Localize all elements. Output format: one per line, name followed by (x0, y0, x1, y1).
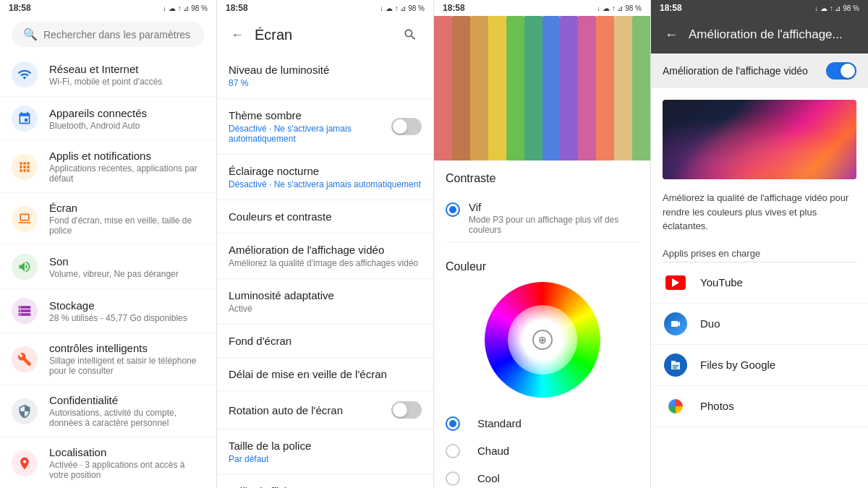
setting-eclairage[interactable]: Éclairage nocturne Désactivé · Ne s'acti… (217, 155, 433, 200)
panel-contrast-color: 18:58 ↓ ☁ ↑ ⊿ 98 % Contraste Vif Mode P3… (434, 0, 651, 488)
menu-item-stockage[interactable]: Stockage 28 % utilisés - 45,77 Go dispon… (0, 289, 216, 333)
radio-standard[interactable]: Standard (446, 409, 639, 437)
status-bar-3: 18:58 ↓ ☁ ↑ ⊿ 98 % (434, 0, 650, 16)
app-item-duo[interactable]: Duo (651, 304, 868, 345)
panel-settings-main: 18:58 ↓ ☁ ↑ ⊿ 98 % 🔍 Réseau et Internet … (0, 0, 217, 488)
setting-theme[interactable]: Thème sombre Désactivé · Ne s'activera j… (217, 99, 433, 155)
color-section: Couleur ⊕ Standard Chaud Cool (434, 260, 650, 488)
back-button-4[interactable]: ← (663, 26, 680, 43)
menu-item-text-confidentialite: Confidentialité Autorisations, activité … (49, 394, 205, 428)
setting-amelioration[interactable]: Amélioration de l'affichage vidéo Amélio… (217, 234, 433, 279)
menu-item-subtitle-stockage: 28 % utilisés - 45,77 Go disponibles (49, 313, 205, 323)
toggle-row-label: Amélioration de l'affichage vidéo (663, 65, 826, 77)
menu-item-text-ecran: Écran Fond d'écran, mise en veille, tail… (49, 202, 205, 236)
setting-taille-police[interactable]: Taille de la police Par défaut (217, 429, 433, 475)
menu-item-controles[interactable]: contrôles intelligents Sillage intellige… (0, 333, 216, 385)
search-button-2[interactable] (399, 23, 422, 46)
menu-item-appareils[interactable]: Appareils connectés Bluetooth, Android A… (0, 97, 216, 141)
search-input[interactable] (43, 29, 193, 40)
back-button-2[interactable]: ← (229, 26, 246, 43)
menu-item-subtitle-confidentialite: Autorisations, activité du compte, donné… (49, 408, 205, 428)
files-name: Files by Google (700, 359, 775, 371)
menu-item-title-confidentialite: Confidentialité (49, 394, 205, 406)
setting-fond[interactable]: Fond d'écran (217, 325, 433, 358)
menu-item-subtitle-ecran: Fond d'écran, mise en veille, taille de … (49, 215, 205, 236)
status-time-4: 18:58 (660, 3, 682, 13)
menu-item-subtitle-son: Volume, vibreur, Ne pas déranger (49, 269, 205, 279)
menu-item-subtitle-controles: Sillage intelligent et saisir le télépho… (49, 356, 205, 376)
photos-icon (663, 393, 689, 419)
panel4-title: Amélioration de l'affichage... (689, 27, 856, 42)
menu-item-subtitle-appareils: Bluetooth, Android Auto (49, 121, 205, 131)
app-item-youtube[interactable]: YouTube (651, 262, 868, 304)
menu-item-text-stockage: Stockage 28 % utilisés - 45,77 Go dispon… (49, 299, 205, 323)
setting-luminosite-adaptive-text: Luminosité adaptative Activé (229, 289, 334, 314)
confidentialite-icon (12, 398, 38, 424)
status-bar-1: 18:58 ↓ ☁ ↑ ⊿ 98 % (0, 0, 216, 16)
rotation-toggle[interactable] (391, 401, 422, 419)
menu-item-title-appareils: Appareils connectés (49, 107, 205, 119)
radio-vif[interactable]: Vif Mode P3 pour un affichage plus vif d… (446, 194, 639, 243)
panel2-header: ← Écran (217, 16, 433, 53)
video-enhancement-toggle[interactable] (826, 62, 856, 80)
video-enhancement-toggle-row: Amélioration de l'affichage vidéo (651, 53, 868, 88)
color-wheel-container: ⊕ (446, 282, 639, 398)
menu-item-subtitle-reseau: Wi-Fi, mobile et point d'accès (49, 77, 205, 87)
setting-luminosite-text: Niveau de luminosité 87 % (229, 64, 329, 88)
search-bar[interactable]: 🔍 (12, 22, 205, 47)
menu-item-localisation[interactable]: Localisation Activée · 3 applications on… (0, 437, 216, 488)
setting-eclairage-text: Éclairage nocturne Désactivé · Ne s'acti… (229, 165, 421, 189)
radio-cool-circle (446, 471, 460, 486)
status-icons-4: ↓ ☁ ↑ ⊿ 98 % (814, 4, 859, 12)
menu-item-subtitle-applis: Applications récentes, applications par … (49, 163, 205, 184)
setting-delai[interactable]: Délai de mise en veille de l'écran (217, 358, 433, 391)
status-time-2: 18:58 (226, 3, 248, 13)
radio-vif-circle (446, 202, 460, 217)
menu-item-son[interactable]: Son Volume, vibreur, Ne pas déranger (0, 245, 216, 289)
ecran-settings-list: Niveau de luminosité 87 % Thème sombre D… (217, 53, 433, 488)
crayon-image (434, 16, 650, 160)
duo-icon-inner (664, 312, 687, 335)
radio-cool[interactable]: Cool (446, 464, 639, 488)
setting-rotation-text: Rotation auto de l'écran (229, 404, 391, 416)
panel-video-enhancement: 18:58 ↓ ☁ ↑ ⊿ 98 % ← Amélioration de l'a… (651, 0, 868, 488)
setting-taille-police-text: Taille de la police Par défaut (229, 440, 311, 464)
setting-taille-affichage[interactable]: Taille d'affichage Par défaut (217, 475, 433, 488)
reseau-icon (12, 61, 38, 87)
radio-standard-label: Standard (477, 417, 522, 429)
menu-item-reseau[interactable]: Réseau et Internet Wi-Fi, mobile et poin… (0, 53, 216, 97)
localisation-icon (12, 450, 38, 476)
files-icon (663, 352, 689, 378)
menu-item-text-controles: contrôles intelligents Sillage intellige… (49, 342, 205, 376)
app-item-files[interactable]: Files by Google (651, 345, 868, 386)
radio-cool-label: Cool (477, 472, 500, 484)
radio-vif-text: Vif Mode P3 pour un affichage plus vif d… (469, 201, 639, 235)
theme-toggle[interactable] (391, 118, 422, 135)
yt-icon-inner (665, 275, 686, 290)
status-bar-2: 18:58 ↓ ☁ ↑ ⊿ 98 % (217, 0, 433, 16)
radio-chaud[interactable]: Chaud (446, 437, 639, 464)
menu-item-text-son: Son Volume, vibreur, Ne pas déranger (49, 255, 205, 279)
menu-item-ecran[interactable]: Écran Fond d'écran, mise en veille, tail… (0, 193, 216, 245)
youtube-icon (663, 270, 689, 296)
menu-item-text-reseau: Réseau et Internet Wi-Fi, mobile et poin… (49, 63, 205, 87)
setting-couleurs-text: Couleurs et contraste (229, 210, 332, 223)
radio-chaud-label: Chaud (477, 445, 509, 457)
app-item-photos[interactable]: Photos (651, 386, 868, 427)
appareils-icon (12, 106, 38, 132)
applis-icon (12, 154, 38, 180)
setting-couleurs[interactable]: Couleurs et contraste (217, 200, 433, 234)
setting-rotation[interactable]: Rotation auto de l'écran (217, 391, 433, 429)
contrast-section: Contraste Vif Mode P3 pour un affichage … (434, 160, 650, 254)
menu-list: Réseau et Internet Wi-Fi, mobile et poin… (0, 53, 216, 488)
menu-item-text-localisation: Localisation Activée · 3 applications on… (49, 446, 205, 480)
setting-luminosite-adaptive[interactable]: Luminosité adaptative Activé (217, 279, 433, 325)
menu-item-applis[interactable]: Applis et notifications Applications réc… (0, 141, 216, 193)
setting-luminosite[interactable]: Niveau de luminosité 87 % (217, 53, 433, 99)
color-title: Couleur (446, 260, 639, 273)
search-container: 🔍 (0, 16, 216, 53)
setting-theme-text: Thème sombre Désactivé · Ne s'activera j… (229, 109, 391, 144)
menu-item-confidentialite[interactable]: Confidentialité Autorisations, activité … (0, 385, 216, 437)
youtube-name: YouTube (700, 276, 743, 288)
menu-item-title-applis: Applis et notifications (49, 150, 205, 162)
